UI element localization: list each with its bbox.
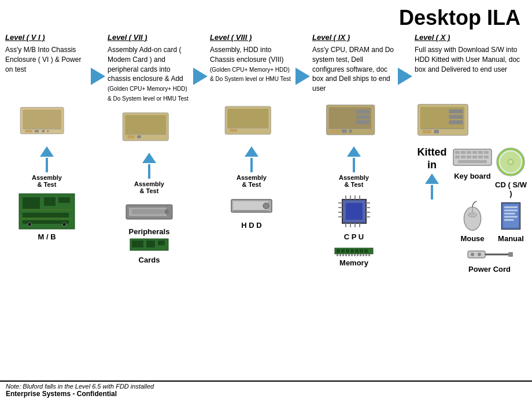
mouse-label: Mouse (460, 234, 484, 243)
svg-rect-43 (349, 130, 352, 133)
svg-rect-72 (364, 249, 368, 253)
svg-rect-31 (227, 109, 268, 128)
cd-item: CD ( S/W ) (495, 146, 527, 198)
level-vii-label: Level ( VII ) (108, 33, 147, 42)
peripheral-icon (123, 199, 175, 225)
svg-rect-66 (337, 249, 340, 253)
svg-rect-99 (484, 151, 489, 154)
level-vii-desc: Assembly Add-on card ( Modem Card ) and … (108, 45, 191, 104)
memory-label: Memory (339, 258, 368, 267)
mouse-item: Mouse (452, 200, 493, 243)
svg-rect-117 (504, 206, 518, 208)
component-vii: Peripherals Cards (123, 199, 175, 264)
arrow-vi: Assembly & Test (32, 146, 62, 188)
level-x-label: Level ( X ) (415, 33, 450, 42)
cpu-icon (335, 193, 373, 230)
cards-icon (129, 236, 169, 253)
svg-rect-120 (504, 216, 518, 218)
level-x-desc: Full assy with Download S/W into HDD Kit… (415, 45, 527, 97)
manual-item: Manual (495, 200, 527, 243)
svg-rect-94 (455, 151, 460, 154)
svg-rect-29 (158, 241, 165, 245)
arrow-right-4 (398, 33, 412, 85)
page-title: Desktop ILA (0, 0, 532, 33)
level-ix-label: Level ( IX ) (312, 33, 350, 42)
level-viii-col: Level ( VIII ) Assembly, HDD into Chassi… (208, 33, 295, 230)
computer-x-icon (415, 102, 478, 139)
powercord-item: Power Cord (452, 245, 527, 274)
svg-rect-90 (449, 109, 463, 113)
svg-rect-78 (351, 254, 353, 256)
cpu-label: C P U (344, 232, 364, 241)
svg-rect-18 (125, 115, 166, 134)
svg-rect-119 (504, 213, 515, 215)
svg-rect-9 (44, 197, 56, 206)
svg-point-36 (263, 203, 269, 209)
hdd-icon (228, 193, 275, 219)
svg-rect-121 (504, 219, 514, 221)
svg-rect-88 (422, 130, 431, 134)
svg-rect-33 (230, 129, 238, 132)
svg-rect-67 (341, 249, 345, 253)
level-ix-col: Level ( IX ) Ass'y CPU, DRAM and Do syst… (310, 33, 398, 267)
svg-rect-95 (461, 151, 466, 154)
svg-rect-5 (42, 130, 45, 132)
level-viii-desc: Assembly, HDD into Chassis enclosure (VI… (210, 45, 293, 97)
svg-rect-20 (128, 135, 135, 138)
svg-rect-11 (23, 213, 69, 217)
svg-rect-83 (365, 254, 367, 256)
svg-rect-44 (356, 110, 370, 114)
keyboard-icon (452, 146, 493, 169)
level-vi-label: Level ( V I ) (5, 33, 45, 42)
svg-rect-101 (461, 156, 466, 158)
svg-rect-69 (350, 249, 354, 253)
svg-rect-82 (363, 254, 364, 256)
svg-point-124 (478, 253, 481, 256)
svg-rect-96 (467, 151, 471, 154)
level-vii-col: Level ( VII ) Assembly Add-on card ( Mod… (105, 33, 193, 264)
powercord-icon (467, 245, 513, 263)
svg-rect-73 (337, 254, 338, 256)
cd-label: CD ( S/W ) (495, 180, 527, 198)
svg-rect-118 (504, 210, 518, 212)
arrow-right-2 (193, 33, 208, 85)
component-vi: M / B (18, 193, 76, 241)
peripherals-label: Peripherals (129, 227, 170, 236)
svg-rect-102 (467, 156, 471, 158)
svg-point-13 (28, 223, 31, 226)
svg-rect-4 (35, 130, 39, 132)
svg-rect-27 (132, 241, 143, 247)
svg-rect-10 (58, 197, 70, 203)
computer-vi-icon (18, 102, 76, 139)
svg-rect-98 (478, 151, 483, 154)
memory-icon (334, 243, 374, 256)
arrow-right-3 (295, 33, 310, 85)
svg-rect-45 (356, 115, 370, 119)
svg-rect-77 (348, 254, 350, 256)
svg-rect-42 (342, 130, 346, 133)
svg-rect-97 (472, 151, 477, 154)
svg-rect-3 (25, 130, 33, 132)
kitted-label: Kitted in (418, 146, 447, 171)
svg-rect-105 (484, 156, 489, 158)
svg-rect-75 (342, 254, 344, 256)
cd-icon (495, 146, 527, 178)
manual-label: Manual (498, 234, 524, 243)
svg-point-25 (164, 209, 169, 214)
manual-icon (498, 200, 524, 232)
svg-rect-68 (346, 249, 349, 253)
svg-rect-122 (468, 251, 485, 258)
svg-rect-1 (23, 110, 61, 129)
arrow-viii: Assembly & Test (237, 146, 267, 188)
svg-rect-79 (354, 254, 356, 256)
component-viii: H D D (228, 193, 275, 230)
svg-rect-100 (455, 156, 460, 158)
hdd-label: H D D (241, 221, 261, 230)
svg-rect-80 (357, 254, 359, 256)
svg-rect-6 (47, 131, 49, 132)
level-ix-desc: Ass'y CPU, DRAM and Do system test, Dell… (312, 45, 396, 97)
motherboard-icon (18, 193, 76, 230)
svg-rect-104 (478, 156, 483, 158)
svg-rect-71 (360, 249, 363, 253)
svg-rect-92 (449, 120, 463, 124)
